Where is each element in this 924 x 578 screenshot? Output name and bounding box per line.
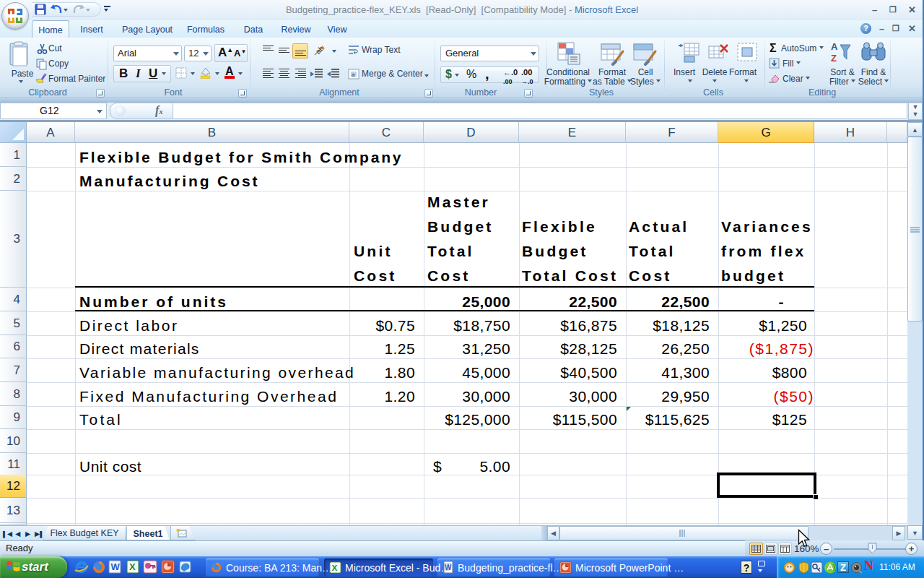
svg-text:X: X: [129, 561, 136, 572]
svg-text:a: a: [352, 72, 355, 78]
svg-text:X: X: [332, 563, 338, 572]
svg-text:Z: Z: [831, 53, 837, 64]
svg-text:A: A: [831, 41, 838, 52]
svg-text:W: W: [445, 564, 452, 571]
svg-text:W: W: [111, 561, 121, 572]
